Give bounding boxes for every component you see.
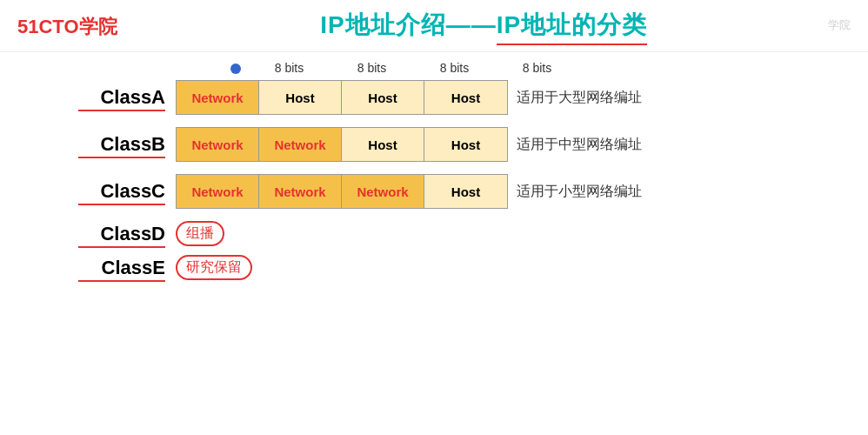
class-a-seg-3: Host xyxy=(424,81,507,114)
class-a-seg-0: Network xyxy=(177,81,259,114)
class-b-row: ClassB Network Network Host Host 适用于中型网络… xyxy=(70,127,833,162)
bit-label-2: 8 bits xyxy=(331,61,413,75)
class-a-segments: Network Host Host Host xyxy=(176,80,508,115)
page-title: IP地址介绍——IP地址的分类 xyxy=(117,9,851,45)
bit-label-4: 8 bits xyxy=(496,61,578,75)
class-c-seg-0: Network xyxy=(177,175,259,208)
header: 51CTO学院 IP地址介绍——IP地址的分类 学院 xyxy=(0,0,868,52)
class-e-label: ClassE xyxy=(70,257,165,279)
class-b-seg-3: Host xyxy=(424,128,507,161)
class-c-label: ClassC xyxy=(70,180,165,203)
class-a-desc: 适用于大型网络编址 xyxy=(517,89,642,107)
logo: 51CTO学院 xyxy=(17,14,117,40)
class-b-seg-1: Network xyxy=(259,128,342,161)
dot-indicator xyxy=(230,64,241,74)
class-c-seg-1: Network xyxy=(259,175,342,208)
class-c-seg-2: Network xyxy=(342,175,424,208)
class-c-row: ClassC Network Network Network Host 适用于小… xyxy=(70,174,833,209)
class-b-desc: 适用于中型网络编址 xyxy=(517,136,642,154)
class-d-label: ClassD xyxy=(70,223,165,245)
class-e-desc: 研究保留 xyxy=(176,255,252,280)
class-e-row: ClassE 研究保留 xyxy=(70,255,833,280)
class-a-seg-1: Host xyxy=(259,81,342,114)
class-a-row: ClassA Network Host Host Host 适用于大型网络编址 xyxy=(70,80,833,115)
bit-label-1: 8 bits xyxy=(248,61,331,75)
class-d-desc: 组播 xyxy=(176,221,224,246)
bit-label-3: 8 bits xyxy=(413,61,496,75)
class-b-seg-2: Host xyxy=(342,128,424,161)
class-c-seg-3: Host xyxy=(424,175,507,208)
class-d-row: ClassD 组播 xyxy=(70,221,833,246)
class-a-seg-2: Host xyxy=(342,81,424,114)
class-a-label: ClassA xyxy=(70,86,165,109)
bits-row: 8 bits 8 bits 8 bits 8 bits xyxy=(230,61,833,75)
class-c-desc: 适用于小型网络编址 xyxy=(517,183,642,201)
class-c-segments: Network Network Network Host xyxy=(176,174,508,209)
class-b-segments: Network Network Host Host xyxy=(176,127,508,162)
class-b-label: ClassB xyxy=(70,133,165,156)
class-b-seg-0: Network xyxy=(177,128,259,161)
main-content: 8 bits 8 bits 8 bits 8 bits ClassA Netwo… xyxy=(0,52,868,298)
watermark: 学院 xyxy=(828,17,851,33)
